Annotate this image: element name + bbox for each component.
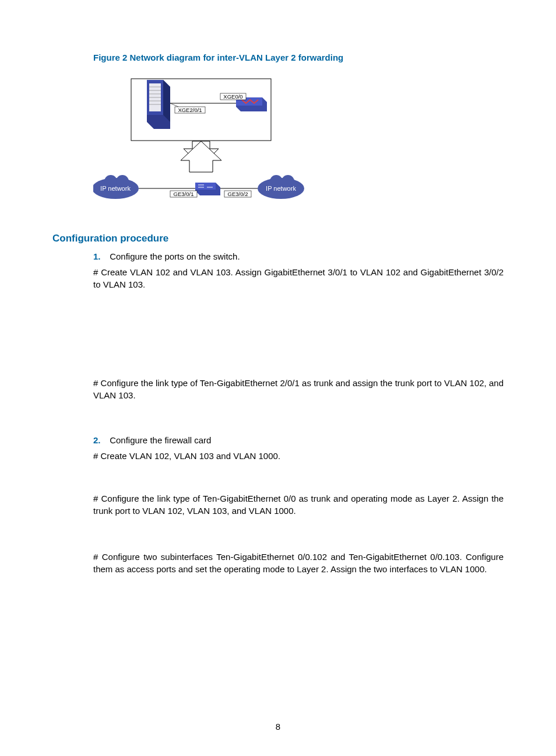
svg-marker-3 — [163, 80, 170, 122]
step-2-number: 2. — [93, 435, 107, 445]
diagram-svg: XGE0/0 XGE2/0/1 — [93, 73, 326, 213]
paragraph: # Configure the link type of Ten-Gigabit… — [93, 492, 504, 517]
step-2: 2. Configure the firewall card — [93, 435, 504, 445]
server-icon — [147, 80, 170, 129]
paragraph: # Create VLAN 102 and VLAN 103. Assign G… — [93, 266, 504, 290]
label-ipnet-right: IP network — [266, 185, 296, 192]
svg-line-16 — [170, 103, 178, 107]
svg-marker-20 — [195, 183, 216, 190]
label-ipnet-left: IP network — [100, 185, 131, 192]
network-diagram: XGE0/0 XGE2/0/1 — [93, 73, 504, 215]
step-2-text: Configure the firewall card — [110, 435, 211, 445]
label-ge302: GE3/0/2 — [228, 191, 248, 197]
paragraph: # Create VLAN 102, VLAN 103 and VLAN 100… — [93, 450, 504, 462]
page: Figure 2 Network diagram for inter-VLAN … — [0, 0, 556, 756]
step-1-number: 1. — [93, 251, 107, 261]
switch-icon — [195, 183, 220, 195]
page-number: 8 — [0, 722, 556, 732]
label-xge00: XGE0/0 — [223, 93, 242, 100]
heading-configuration-procedure: Configuration procedure — [52, 233, 504, 244]
paragraph: # Configure two subinterfaces Ten-Gigabi… — [93, 551, 504, 575]
step-1: 1. Configure the ports on the switch. — [93, 251, 504, 261]
step-1-text: Configure the ports on the switch. — [110, 251, 240, 261]
figure-caption: Figure 2 Network diagram for inter-VLAN … — [93, 52, 504, 62]
paragraph: # Configure the link type of Ten-Gigabit… — [93, 377, 504, 401]
label-xge201: XGE2/0/1 — [178, 107, 202, 113]
up-arrow-icon — [181, 141, 221, 172]
label-ge301: GE3/0/1 — [174, 191, 194, 197]
